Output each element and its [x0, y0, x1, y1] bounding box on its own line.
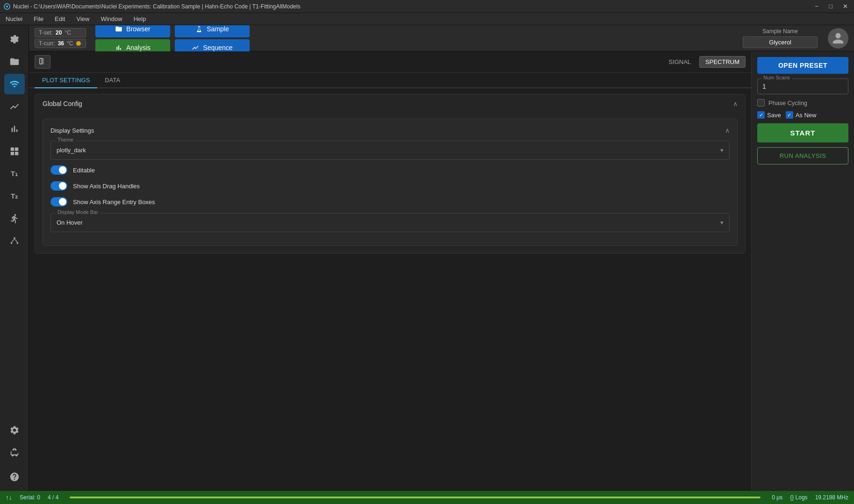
molecule-icon: [9, 236, 20, 246]
menu-file[interactable]: File: [32, 14, 45, 23]
sidebar-item-grid[interactable]: [4, 141, 25, 162]
spectrum-button[interactable]: SPECTRUM: [699, 56, 746, 68]
display-mode-select[interactable]: On Hover Always Never: [57, 217, 724, 228]
tcurr-value: 36: [58, 40, 64, 47]
minimize-button[interactable]: −: [813, 2, 821, 11]
editable-toggle-slider: [50, 165, 67, 175]
sidebar-item-settings-gear[interactable]: [4, 420, 25, 440]
sidebar-item-chart[interactable]: [4, 96, 25, 117]
sidebar: T₁ T₂: [0, 25, 29, 491]
menu-view[interactable]: View: [74, 14, 91, 23]
show-axis-range-toggle-row: Show Axis Range Entry Boxes: [50, 197, 730, 206]
menu-nuclei[interactable]: Nuclei: [4, 14, 24, 23]
title-bar: Nuclei - C:\Users\WAR\Documents\Nuclei E…: [0, 0, 854, 13]
settings-content[interactable]: Global Config ∧ Display Settings ∧: [29, 88, 751, 491]
phase-cycling-row: Phase Cycling: [757, 99, 848, 106]
editable-toggle[interactable]: [50, 165, 67, 175]
right-panel: OPEN PRESET Num Scans 1 Phase Cycling Sa…: [751, 51, 854, 491]
show-axis-range-label: Show Axis Range Entry Boxes: [73, 199, 155, 206]
grid-icon: [9, 146, 20, 156]
show-axis-drag-toggle[interactable]: [50, 181, 67, 191]
status-progress-bar: [70, 497, 761, 498]
save-row: Save As New: [757, 111, 848, 119]
folder-icon: [9, 57, 20, 67]
sidebar-item-t1[interactable]: T₁: [4, 163, 25, 184]
run-analysis-button[interactable]: RUN ANALYSIS: [757, 147, 848, 164]
toolbar: T-set: 20 °C T-curr: 36 °C Browser: [29, 25, 854, 51]
flask-icon: [195, 25, 203, 33]
svg-rect-8: [43, 58, 43, 64]
status-pages: 4 / 4: [48, 494, 58, 501]
start-button[interactable]: START: [757, 123, 848, 142]
menu-help[interactable]: Help: [132, 14, 148, 23]
close-button[interactable]: ✕: [840, 2, 850, 11]
display-mode-bar-field-group: Display Mode Bar On Hover Always Never ▾: [50, 213, 730, 232]
maximize-button[interactable]: □: [826, 2, 835, 11]
sample-name-area: Sample Name: [743, 28, 818, 48]
tab-data[interactable]: DATA: [97, 73, 128, 88]
tset-unit: °C: [65, 29, 71, 36]
as-new-item: As New: [786, 111, 817, 119]
as-new-checkbox[interactable]: [786, 111, 793, 119]
panel-icon: [39, 57, 46, 65]
show-axis-drag-toggle-slider: [50, 181, 67, 191]
avatar[interactable]: [828, 28, 848, 49]
svg-point-2: [14, 237, 15, 239]
show-axis-range-toggle[interactable]: [50, 197, 67, 206]
save-label: Save: [767, 112, 781, 119]
view-icon-button[interactable]: [35, 55, 50, 69]
editable-toggle-row: Editable: [50, 165, 730, 175]
svg-point-4: [16, 242, 18, 244]
menu-bar: Nuclei File Edit View Window Help: [0, 13, 854, 25]
sample-name-input[interactable]: [743, 36, 818, 48]
browser-button[interactable]: Browser: [95, 25, 170, 37]
sidebar-item-person[interactable]: [4, 208, 25, 229]
person-walking-icon: [9, 213, 20, 224]
save-checkbox[interactable]: [757, 111, 765, 119]
save-item: Save: [757, 111, 781, 119]
bar-chart-icon: [9, 124, 20, 134]
sidebar-item-stroller[interactable]: [4, 442, 25, 463]
phase-cycling-checkbox[interactable]: [757, 99, 765, 106]
open-preset-button[interactable]: OPEN PRESET: [757, 57, 848, 74]
phase-cycling-label: Phase Cycling: [768, 99, 807, 106]
global-config-header[interactable]: Global Config ∧: [35, 94, 745, 113]
top-area: T-set: 20 °C T-curr: 36 °C Browser: [29, 25, 854, 491]
sample-name-label: Sample Name: [762, 28, 798, 35]
sidebar-item-folder[interactable]: [4, 51, 25, 72]
tset-label: T-set:: [39, 29, 53, 36]
theme-select[interactable]: plotly_dark plotly_white ggplot2 seaborn…: [57, 145, 724, 156]
num-scans-value: 1: [762, 83, 843, 90]
status-serial: Serial: 0: [20, 494, 40, 501]
sample-button[interactable]: Sample: [175, 25, 250, 37]
sample-label: Sample: [207, 25, 229, 33]
temp-indicator-dot: [76, 41, 81, 46]
tcurr-label: T-curr:: [39, 40, 55, 47]
sequence-label: Sequence: [203, 44, 232, 51]
app-body: T₁ T₂: [0, 25, 854, 491]
menu-edit[interactable]: Edit: [53, 14, 67, 23]
sidebar-item-bar-chart[interactable]: [4, 119, 25, 139]
global-config-section: Global Config ∧ Display Settings ∧: [35, 94, 746, 254]
sidebar-item-molecule[interactable]: [4, 231, 25, 251]
editable-label: Editable: [73, 167, 95, 174]
chart-icon: [115, 44, 122, 51]
display-settings-title: Display Settings: [50, 127, 94, 134]
analysis-label: Analysis: [126, 44, 151, 51]
sidebar-item-help[interactable]: [4, 467, 25, 487]
as-new-label: As New: [796, 112, 817, 119]
signal-button[interactable]: SIGNAL: [665, 57, 695, 67]
tset-row: T-set: 20 °C: [35, 28, 86, 37]
menu-window[interactable]: Window: [99, 14, 124, 23]
tcurr-unit: °C: [67, 40, 73, 47]
status-time: 0 μs: [772, 494, 782, 501]
tab-plot-settings[interactable]: PLOT SETTINGS: [35, 73, 97, 88]
sidebar-item-signal[interactable]: [4, 74, 25, 94]
display-settings-header: Display Settings ∧: [50, 127, 730, 134]
sidebar-item-t2[interactable]: T₂: [4, 186, 25, 206]
app-icon: [4, 3, 10, 10]
gear-icon: [9, 34, 20, 44]
sidebar-item-settings[interactable]: [4, 29, 25, 50]
display-mode-bar-label: Display Mode Bar: [56, 209, 100, 215]
wifi-icon: [9, 79, 20, 89]
